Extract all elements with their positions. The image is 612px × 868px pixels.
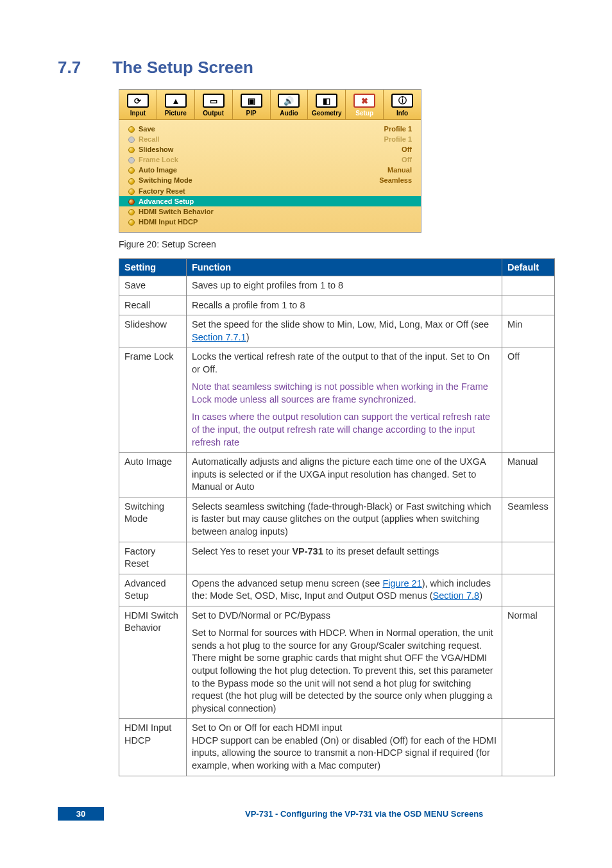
cell-function: Recalls a profile from 1 to 8 xyxy=(187,296,502,315)
cell-function: Set the speed for the slide show to Min,… xyxy=(187,315,502,347)
bullet-icon xyxy=(128,167,135,174)
osd-item-value: Off xyxy=(402,156,412,163)
cell-default: Min xyxy=(502,315,555,347)
cell-setting: Switching Mode xyxy=(119,497,187,542)
osd-menu-item: Frame LockOff xyxy=(128,154,412,165)
cell-setting: Save xyxy=(119,276,187,296)
cell-default: Seamless xyxy=(502,497,555,542)
osd-item-label: HDMI Input HDCP xyxy=(128,218,198,226)
osd-item-label: HDMI Switch Behavior xyxy=(128,208,214,215)
cell-function: Automatically adjusts and aligns the pic… xyxy=(187,453,502,497)
osd-item-label: Switching Mode xyxy=(128,176,192,184)
osd-tab-label: Audio xyxy=(271,110,308,117)
cell-default xyxy=(502,296,555,315)
cross-reference-link[interactable]: Section 7.7.1 xyxy=(192,332,246,342)
figure-caption: Figure 20: Setup Screen xyxy=(119,239,557,249)
cell-default xyxy=(502,719,555,776)
osd-item-label: Factory Reset xyxy=(128,187,185,195)
cell-setting: Factory Reset xyxy=(119,542,187,574)
output-icon: ▭ xyxy=(203,94,225,108)
osd-tab-label: Setup xyxy=(346,110,383,117)
table-row: SaveSaves up to eight profiles from 1 to… xyxy=(119,276,555,296)
table-row: RecallRecalls a profile from 1 to 8 xyxy=(119,296,555,315)
table-row: HDMI Input HDCPSet to On or Off for each… xyxy=(119,719,555,776)
osd-item-value: Seamless xyxy=(379,176,412,184)
section-number: 7.7 xyxy=(58,58,108,78)
cross-reference-link[interactable]: Figure 21 xyxy=(382,578,421,588)
osd-menu-item: Switching ModeSeamless xyxy=(128,175,412,185)
info-icon: ⓘ xyxy=(391,94,413,108)
bullet-icon xyxy=(128,209,135,215)
osd-tab-label: Geometry xyxy=(308,110,345,117)
cell-function: Select Yes to reset your VP-731 to its p… xyxy=(187,542,502,574)
bullet-icon xyxy=(128,199,135,205)
osd-menu-item: HDMI Input HDCP xyxy=(128,217,412,227)
bullet-icon xyxy=(128,219,135,226)
table-row: Auto ImageAutomatically adjusts and alig… xyxy=(119,453,555,497)
osd-screenshot: ⟳Input▲Picture▭Output▣PIP🔊Audio◧Geometry… xyxy=(119,89,421,233)
cell-setting: Recall xyxy=(119,296,187,315)
cell-default xyxy=(502,276,555,296)
osd-item-label: Recall xyxy=(128,135,159,143)
osd-tab-input: ⟳Input xyxy=(119,90,157,119)
cell-setting: Advanced Setup xyxy=(119,574,187,606)
osd-item-label: Frame Lock xyxy=(128,156,178,163)
osd-tab-label: Picture xyxy=(157,110,194,117)
cell-setting: Frame Lock xyxy=(119,347,187,453)
bullet-icon xyxy=(128,178,135,185)
osd-menu-item: Advanced Setup xyxy=(119,196,421,206)
section-title: The Setup Screen xyxy=(112,58,253,77)
input-icon: ⟳ xyxy=(127,94,149,108)
bullet-icon xyxy=(128,137,135,143)
cell-setting: HDMI Input HDCP xyxy=(119,719,187,776)
osd-item-value: Profile 1 xyxy=(384,135,412,143)
osd-menu-item: SlideshowOff xyxy=(128,144,412,154)
osd-tab-audio: 🔊Audio xyxy=(271,90,309,119)
cell-function: Locks the vertical refresh rate of the o… xyxy=(187,347,502,453)
cell-function: Set to On or Off for each HDMI inputHDCP… xyxy=(187,719,502,776)
table-row: Advanced SetupOpens the advanced setup m… xyxy=(119,574,555,606)
bullet-icon xyxy=(128,157,135,163)
osd-tab-info: ⓘInfo xyxy=(384,90,421,119)
table-row: HDMI Switch BehaviorSet to DVD/Normal or… xyxy=(119,606,555,719)
osd-tab-label: Input xyxy=(119,110,157,117)
osd-menu-item: Factory Reset xyxy=(128,186,412,196)
osd-tab-output: ▭Output xyxy=(195,90,233,119)
table-row: Frame LockLocks the vertical refresh rat… xyxy=(119,347,555,453)
cell-function: Saves up to eight profiles from 1 to 8 xyxy=(187,276,502,296)
osd-tab-setup: ✖Setup xyxy=(346,90,384,119)
th-function: Function xyxy=(187,258,502,276)
audio-icon: 🔊 xyxy=(278,94,300,108)
cell-default xyxy=(502,542,555,574)
cell-function: Set to DVD/Normal or PC/BypassSet to Nor… xyxy=(187,606,502,719)
cell-default: Normal xyxy=(502,606,555,719)
table-row: Switching ModeSelects seamless switching… xyxy=(119,497,555,542)
osd-item-value: Profile 1 xyxy=(384,125,412,133)
geometry-icon: ◧ xyxy=(316,94,337,108)
cell-default: Off xyxy=(502,347,555,453)
picture-icon: ▲ xyxy=(165,94,187,108)
cross-reference-link[interactable]: Section 7.8 xyxy=(433,590,480,601)
pip-icon: ▣ xyxy=(241,94,262,108)
bullet-icon xyxy=(128,147,135,153)
osd-tab-picture: ▲Picture xyxy=(157,90,195,119)
osd-item-label: Advanced Setup xyxy=(128,197,194,205)
osd-menu-item: Auto ImageManual xyxy=(128,165,412,175)
cell-setting: HDMI Switch Behavior xyxy=(119,606,187,719)
osd-menu-item: SaveProfile 1 xyxy=(128,124,412,134)
th-default: Default xyxy=(502,258,555,276)
th-setting: Setting xyxy=(119,258,187,276)
osd-tab-label: PIP xyxy=(233,110,270,117)
settings-table: Setting Function Default SaveSaves up to… xyxy=(119,258,555,776)
table-row: SlideshowSet the speed for the slide sho… xyxy=(119,315,555,347)
osd-item-label: Save xyxy=(128,125,155,133)
cell-function: Selects seamless switching (fade-through… xyxy=(187,497,502,542)
bullet-icon xyxy=(128,188,135,195)
osd-tab-geometry: ◧Geometry xyxy=(308,90,346,119)
osd-item-label: Auto Image xyxy=(128,166,177,174)
osd-menu-item: HDMI Switch Behavior xyxy=(128,206,412,217)
osd-item-label: Slideshow xyxy=(128,146,173,153)
cell-default: Manual xyxy=(502,453,555,497)
bullet-icon xyxy=(128,126,135,133)
cell-setting: Auto Image xyxy=(119,453,187,497)
